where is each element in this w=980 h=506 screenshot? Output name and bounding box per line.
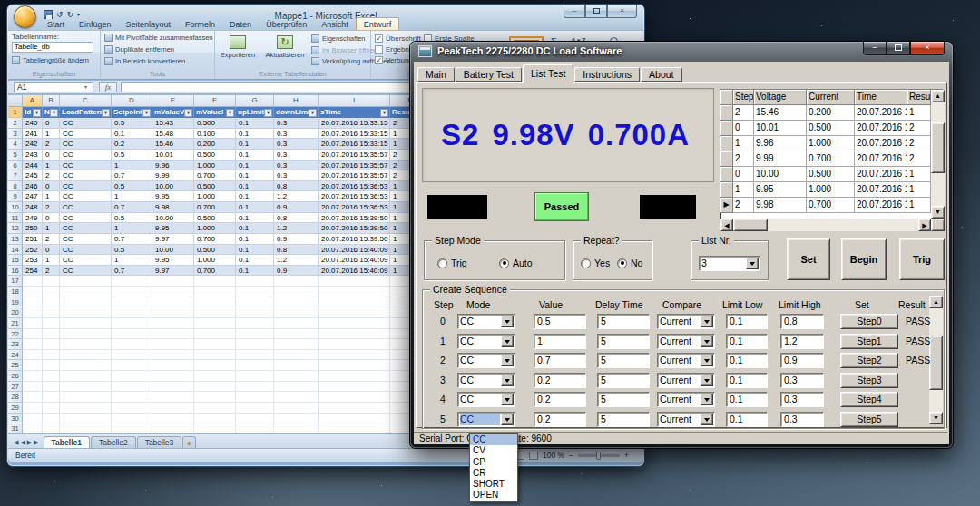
cell[interactable] — [236, 339, 274, 350]
cell[interactable]: CC — [60, 213, 112, 224]
row-header-29[interactable]: 29 — [8, 403, 23, 414]
cell[interactable] — [60, 360, 112, 371]
cell[interactable] — [60, 339, 112, 350]
cell[interactable] — [60, 297, 112, 308]
cell[interactable] — [43, 297, 60, 308]
cell[interactable]: 0.1 — [236, 161, 274, 171]
mode-option-cc[interactable]: CC — [470, 434, 517, 445]
cell[interactable]: 0.1 — [236, 191, 274, 202]
cell[interactable] — [23, 392, 43, 403]
cell[interactable]: 0.8 — [274, 245, 318, 256]
list-nr-combo[interactable]: 3 — [699, 256, 760, 271]
row-header-13[interactable]: 13 — [8, 234, 23, 245]
cell[interactable]: 1.000 — [194, 255, 236, 266]
cell[interactable] — [43, 392, 60, 403]
zoom-slider[interactable] — [578, 454, 620, 457]
cell[interactable] — [23, 423, 43, 433]
value-input[interactable]: 1 — [534, 334, 586, 349]
name-box[interactable]: A1 — [14, 82, 93, 92]
limit-high-input[interactable]: 1.2 — [780, 334, 824, 349]
cell[interactable] — [194, 297, 236, 308]
column-header-I[interactable]: I — [318, 95, 390, 107]
step-set-button[interactable]: Step5 — [840, 412, 898, 427]
column-header-C[interactable]: C — [60, 95, 112, 107]
cell[interactable]: CC — [60, 150, 112, 161]
cell[interactable]: 1 — [112, 161, 152, 171]
results-cell[interactable]: 20.07.2016 1 — [855, 105, 907, 121]
row-header-23[interactable]: 23 — [8, 339, 23, 350]
row-header-28[interactable]: 28 — [8, 392, 23, 403]
combo-arrow-icon[interactable] — [501, 375, 514, 386]
results-row[interactable]: 215.460.20020.07.2016 11 — [720, 105, 943, 121]
cell[interactable] — [318, 371, 390, 382]
cell[interactable] — [274, 287, 318, 297]
sheet-tab-tabelle3[interactable]: Tabelle3 — [137, 436, 182, 448]
row-header-2[interactable]: 2 — [8, 118, 23, 129]
value-input[interactable]: 0.5 — [534, 314, 586, 329]
row-header-18[interactable]: 18 — [8, 287, 23, 297]
cell[interactable]: CC — [60, 129, 112, 140]
export-button[interactable]: Exportieren — [217, 33, 259, 69]
cell[interactable]: 9.99 — [152, 170, 194, 181]
cell[interactable]: 1 — [43, 255, 60, 266]
compare-combo[interactable]: Current — [657, 334, 715, 349]
cell[interactable]: 1.2 — [274, 223, 318, 234]
cell[interactable]: 10.01 — [152, 150, 194, 161]
cell[interactable] — [23, 339, 43, 350]
cell[interactable]: 20.07.2016 15:36:53 — [318, 191, 390, 202]
cell[interactable]: 20.07.2016 15:35:57 — [318, 150, 390, 161]
cell[interactable]: 1.2 — [274, 191, 318, 202]
maximize-icon[interactable] — [887, 42, 910, 55]
value-input[interactable]: 0.2 — [534, 412, 586, 427]
cell[interactable] — [236, 307, 274, 318]
cell[interactable] — [318, 297, 390, 308]
cell[interactable] — [274, 414, 318, 424]
combo-arrow-icon[interactable] — [701, 394, 713, 405]
cell[interactable]: 0.5 — [112, 118, 152, 129]
cell[interactable] — [60, 414, 112, 424]
cell[interactable] — [274, 329, 318, 340]
cell[interactable]: 1.2 — [274, 255, 318, 266]
cell[interactable]: CC — [60, 245, 112, 256]
cell[interactable] — [152, 307, 194, 318]
tab-list-test[interactable]: List Test — [523, 64, 573, 83]
results-cell[interactable]: 20.07.2016 1 — [855, 182, 907, 198]
results-row[interactable]: 19.961.00020.07.2016 12 — [720, 136, 943, 151]
scroll-thumb[interactable] — [931, 122, 945, 173]
compare-combo[interactable]: Current — [657, 314, 715, 329]
cell[interactable] — [112, 329, 152, 340]
mode-option-cv[interactable]: CV — [470, 445, 517, 456]
cell[interactable] — [318, 287, 390, 297]
cell[interactable]: 20.07.2016 15:39:50 — [318, 213, 390, 224]
column-header-G[interactable]: G — [236, 95, 274, 107]
tab-main[interactable]: Main — [417, 67, 455, 82]
results-cell[interactable]: 2 — [907, 121, 931, 136]
scroll-up-icon[interactable]: ▲ — [931, 90, 945, 102]
cell[interactable] — [274, 339, 318, 350]
cell[interactable] — [194, 318, 236, 329]
cell[interactable] — [152, 371, 194, 382]
scroll-up-icon[interactable]: ▲ — [929, 296, 943, 308]
limit-low-input[interactable]: 0.1 — [726, 314, 768, 329]
cell[interactable]: 0.5 — [112, 181, 152, 192]
cell[interactable] — [112, 403, 152, 414]
table-header-cell[interactable]: Id▾ — [23, 107, 43, 118]
cell[interactable]: 0.7 — [112, 170, 152, 181]
cell[interactable]: CC — [60, 181, 112, 192]
results-cell[interactable]: 1 — [907, 182, 931, 198]
mode-combo[interactable]: CC — [457, 334, 515, 349]
cell[interactable] — [274, 423, 318, 433]
zoom-in-icon[interactable]: + — [624, 451, 629, 460]
results-cell[interactable]: 9.99 — [754, 151, 807, 167]
results-cell[interactable]: 0.700 — [807, 198, 855, 213]
cell[interactable] — [60, 403, 112, 414]
cell[interactable]: 0.5 — [112, 245, 152, 256]
cell[interactable]: 9.96 — [152, 161, 194, 171]
results-row[interactable]: ▶29.980.70020.07.2016 11 — [720, 198, 943, 213]
cell[interactable]: 0 — [43, 213, 60, 224]
delay-input[interactable]: 5 — [597, 412, 650, 427]
delay-input[interactable]: 5 — [597, 314, 650, 329]
zoom-slider-thumb[interactable] — [596, 452, 601, 460]
ribbon-tab-ansicht[interactable]: Ansicht — [314, 18, 356, 30]
cell[interactable] — [152, 318, 194, 329]
